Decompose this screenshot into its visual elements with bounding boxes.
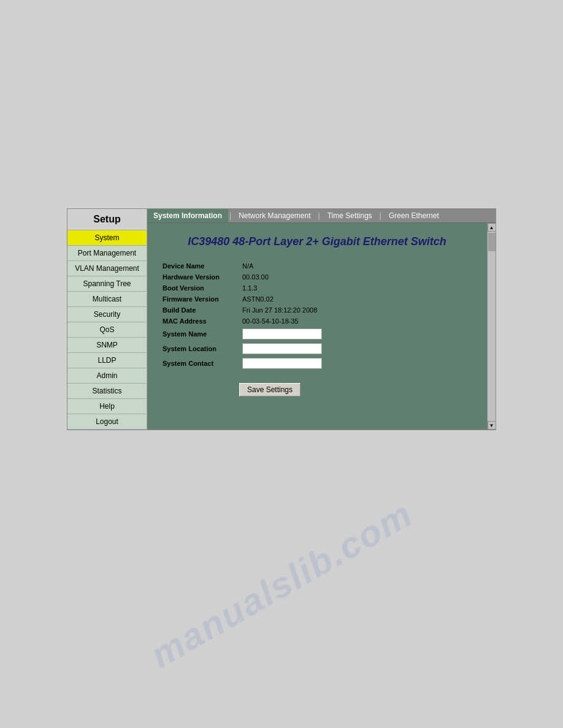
input-system-contact[interactable] [242, 358, 322, 369]
field-label-build-date: Build Date [159, 305, 239, 316]
table-row: Firmware VersionASTN0.02 [159, 294, 475, 305]
app-container: Setup SystemPort ManagementVLAN Manageme… [67, 208, 496, 430]
field-value-system-location [239, 341, 475, 356]
sidebar-item-snmp[interactable]: SNMP [67, 338, 147, 353]
tab-bar: System Information|Network Management|Ti… [147, 209, 496, 223]
page-title: IC39480 48-Port Layer 2+ Gigabit Etherne… [159, 235, 475, 248]
sidebar-item-logout[interactable]: Logout [67, 414, 147, 430]
tab-separator: | [378, 211, 383, 220]
field-value-boot-version: 1.1.3 [239, 282, 475, 294]
field-value-mac-address: 00-03-54-10-18-35 [239, 316, 475, 327]
save-settings-button[interactable]: Save Settings [239, 383, 301, 396]
field-label-system-contact: System Contact [159, 356, 239, 371]
scroll-up-button[interactable]: ▲ [488, 223, 496, 232]
content-area: IC39480 48-Port Layer 2+ Gigabit Etherne… [147, 223, 487, 430]
sidebar-item-vlan-management[interactable]: VLAN Management [67, 261, 147, 276]
sidebar-item-qos[interactable]: QoS [67, 322, 147, 338]
sidebar-item-multicast[interactable]: Multicast [67, 292, 147, 307]
table-row: MAC Address00-03-54-10-18-35 [159, 316, 475, 327]
field-value-system-name [239, 327, 475, 341]
info-table: Device NameN/AHardware Version00.03.00Bo… [159, 260, 475, 371]
tab-system-information[interactable]: System Information [147, 209, 228, 222]
field-value-firmware-version: ASTN0.02 [239, 294, 475, 305]
field-label-firmware-version: Firmware Version [159, 294, 239, 305]
sidebar-item-security[interactable]: Security [67, 307, 147, 322]
sidebar-title: Setup [67, 209, 147, 230]
table-row: System Location [159, 341, 475, 356]
field-value-build-date: Fri Jun 27 18:12:20 2008 [239, 305, 475, 316]
tab-green-ethernet[interactable]: Green Ethernet [383, 209, 445, 222]
field-label-system-location: System Location [159, 341, 239, 356]
scroll-down-button[interactable]: ▼ [488, 421, 496, 430]
scroll-thumb[interactable] [488, 233, 496, 251]
field-label-boot-version: Boot Version [159, 282, 239, 294]
sidebar-item-help[interactable]: Help [67, 399, 147, 414]
content-with-scroll: IC39480 48-Port Layer 2+ Gigabit Etherne… [147, 223, 496, 430]
field-label-device-name: Device Name [159, 260, 239, 271]
sidebar-item-statistics[interactable]: Statistics [67, 384, 147, 399]
watermark: manualslib.com [143, 492, 419, 676]
field-label-mac-address: MAC Address [159, 316, 239, 327]
input-system-location[interactable] [242, 343, 322, 354]
sidebar-item-spanning-tree[interactable]: Spanning Tree [67, 276, 147, 292]
sidebar-item-port-management[interactable]: Port Management [67, 246, 147, 261]
field-value-device-name: N/A [239, 260, 475, 271]
table-row: Hardware Version00.03.00 [159, 271, 475, 282]
table-row: Device NameN/A [159, 260, 475, 271]
tab-time-settings[interactable]: Time Settings [321, 209, 378, 222]
sidebar-item-lldp[interactable]: LLDP [67, 353, 147, 368]
field-value-hardware-version: 00.03.00 [239, 271, 475, 282]
field-label-hardware-version: Hardware Version [159, 271, 239, 282]
tab-network-management[interactable]: Network Management [232, 209, 316, 222]
tab-separator: | [317, 211, 321, 220]
sidebar-item-admin[interactable]: Admin [67, 368, 147, 384]
sidebar: Setup SystemPort ManagementVLAN Manageme… [67, 209, 147, 430]
scrollbar: ▲ ▼ [487, 223, 496, 430]
table-row: System Name [159, 327, 475, 341]
field-label-system-name: System Name [159, 327, 239, 341]
page-wrapper: Setup SystemPort ManagementVLAN Manageme… [0, 0, 563, 728]
table-row: Boot Version1.1.3 [159, 282, 475, 294]
sidebar-item-system[interactable]: System [67, 230, 147, 246]
table-row: System Contact [159, 356, 475, 371]
input-system-name[interactable] [242, 328, 322, 339]
field-value-system-contact [239, 356, 475, 371]
tab-separator: | [228, 211, 232, 220]
table-row: Build DateFri Jun 27 18:12:20 2008 [159, 305, 475, 316]
main-content: System Information|Network Management|Ti… [147, 209, 496, 430]
